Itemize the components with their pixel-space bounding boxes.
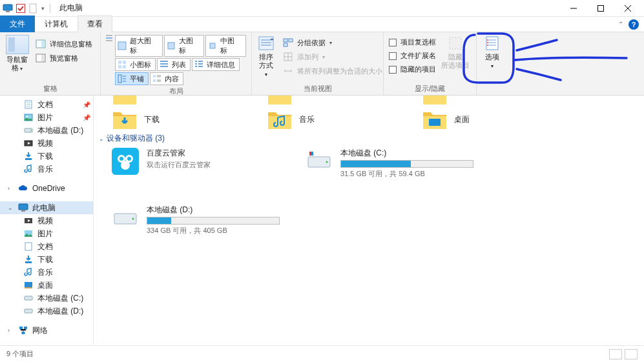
tab-computer[interactable]: 计算机 [35, 15, 78, 32]
options-button[interactable]: 选项▾ [482, 35, 503, 70]
folder-label: 桌面 [454, 114, 470, 125]
nav-pane-label: 导航窗格 [6, 55, 28, 72]
nav-pane-button[interactable]: 导航窗格 ▾ [5, 35, 29, 73]
layout-medium[interactable]: 中图标 [205, 35, 246, 57]
folder-label: 下载 [144, 114, 160, 125]
hidden-items-toggle[interactable]: 隐藏的项目 [389, 65, 436, 74]
view-large-icon[interactable] [625, 349, 638, 359]
layout-details[interactable]: 详细信息 [192, 58, 240, 71]
nav-documents[interactable]: 文档📌 [0, 98, 93, 111]
svg-rect-20 [284, 39, 287, 42]
nav-onedrive[interactable]: ›OneDrive [0, 182, 93, 195]
folder-desktop[interactable]: 桌面 [422, 108, 538, 130]
pin-icon: 📌 [83, 101, 90, 108]
drive-usage-bar [147, 217, 280, 225]
hide-selected-button: 隐藏 所选项目 [442, 35, 468, 70]
nav-downloads2[interactable]: ›下载 [0, 253, 93, 266]
nav-local-d[interactable]: 本地磁盘 (D:) [0, 124, 93, 137]
svg-rect-35 [25, 158, 32, 160]
folder-item[interactable] [112, 96, 228, 106]
nav-pictures[interactable]: 图片📌 [0, 111, 93, 124]
devices-header[interactable]: ⌄设备和驱动器 (3) [99, 133, 639, 144]
add-columns-button: 添加列 ▾ [280, 50, 385, 63]
folder-item[interactable] [267, 96, 383, 106]
svg-rect-49 [429, 119, 441, 126]
svg-rect-40 [25, 243, 32, 250]
svg-rect-41 [25, 261, 32, 263]
drive-c[interactable]: 本地磁盘 (C:) 31.5 GB 可用，共 59.4 GB [306, 148, 473, 179]
nav-desktop[interactable]: ›桌面 [0, 279, 93, 292]
layout-large[interactable]: 大图标 [164, 35, 205, 57]
svg-rect-48 [22, 332, 25, 334]
minimize-button[interactable] [560, 0, 587, 17]
svg-rect-4 [598, 5, 604, 11]
nav-network[interactable]: ›网络 [0, 324, 93, 337]
window-title: 此电脑 [59, 3, 83, 14]
view-details-icon[interactable] [609, 349, 622, 359]
help-icon[interactable]: ? [628, 19, 639, 30]
nav-pictures2[interactable]: ›图片 [0, 227, 93, 240]
drive-info: 31.5 GB 可用，共 59.4 GB [340, 169, 473, 179]
svg-rect-44 [25, 296, 32, 300]
baidu-item[interactable]: 百度云管家 双击运行百度云管家 [112, 148, 280, 179]
svg-rect-15 [123, 65, 126, 68]
layout-small[interactable]: 小图标 [115, 58, 156, 71]
collapse-ribbon-icon[interactable]: ⌃ [618, 21, 623, 28]
qat-check-icon[interactable] [16, 3, 26, 14]
maximize-button[interactable] [587, 0, 614, 17]
tab-file[interactable]: 文件 [0, 15, 35, 32]
folder-label: 音乐 [299, 114, 315, 125]
folder-music[interactable]: 音乐 [267, 108, 383, 130]
group-by-button[interactable]: 分组依据 ▾ [280, 36, 385, 49]
detail-pane-button[interactable]: 详细信息窗格 [33, 37, 95, 50]
folder-item[interactable] [422, 96, 538, 106]
svg-rect-14 [118, 65, 121, 68]
nav-tree[interactable]: 文档📌 图片📌 本地磁盘 (D:) 视频 下载 音乐 ›OneDrive ⌄此电… [0, 96, 94, 345]
layout-tiles[interactable]: 平铺 [115, 72, 149, 85]
nav-music[interactable]: 音乐 [0, 163, 93, 176]
drive-d[interactable]: 本地磁盘 (D:) 334 GB 可用，共 405 GB [112, 205, 280, 236]
svg-rect-17 [153, 75, 156, 77]
layout-list[interactable]: 列表 [157, 58, 191, 71]
qat-dropdown-icon[interactable]: ▾ [41, 5, 45, 12]
svg-rect-8 [41, 55, 45, 61]
folder-downloads[interactable]: 下载 [112, 108, 228, 130]
svg-rect-6 [41, 41, 45, 47]
svg-point-53 [121, 161, 130, 170]
sort-button[interactable]: 排序方式▾ [257, 35, 275, 79]
svg-rect-0 [3, 5, 12, 10]
group-label-panes: 窗格 [5, 83, 95, 94]
nav-videos[interactable]: 视频 [0, 137, 93, 150]
layout-extra-large[interactable]: 超大图标 [115, 35, 163, 57]
group-label-view: 当前视图 [257, 83, 378, 94]
layout-scroll[interactable] [106, 35, 112, 41]
svg-rect-1 [6, 11, 10, 12]
svg-rect-18 [153, 79, 156, 82]
nav-documents2[interactable]: ›文档 [0, 240, 93, 253]
nav-local-d2[interactable]: ›本地磁盘 (D:) [0, 305, 93, 317]
svg-rect-16 [118, 75, 121, 83]
nav-local-c[interactable]: ›本地磁盘 (C:) [0, 292, 93, 305]
drive-info: 334 GB 可用，共 405 GB [147, 226, 280, 236]
svg-rect-3 [30, 4, 36, 13]
preview-pane-button[interactable]: 预览窗格 [33, 52, 95, 65]
nav-pane-icon [6, 35, 29, 54]
layout-content[interactable]: 内容 [150, 72, 183, 85]
svg-rect-2 [17, 4, 25, 12]
svg-point-26 [487, 39, 488, 41]
close-button[interactable] [614, 0, 641, 17]
status-bar: 9 个项目 [0, 345, 644, 362]
nav-music2[interactable]: ›音乐 [0, 266, 93, 279]
svg-rect-13 [123, 61, 126, 64]
svg-rect-22 [284, 43, 287, 46]
file-ext-toggle[interactable]: 文件扩展名 [389, 51, 436, 61]
nav-downloads[interactable]: 下载 [0, 150, 93, 163]
item-checkboxes-toggle[interactable]: 项目复选框 [389, 37, 436, 47]
svg-rect-47 [24, 327, 27, 329]
nav-this-pc[interactable]: ⌄此电脑 [0, 201, 93, 214]
qat-blank-icon[interactable] [28, 3, 39, 14]
titlebar: ▾ 此电脑 [0, 0, 644, 17]
tab-view[interactable]: 查看 [78, 15, 112, 32]
svg-rect-25 [486, 37, 498, 50]
nav-videos2[interactable]: ›视频 [0, 214, 93, 227]
